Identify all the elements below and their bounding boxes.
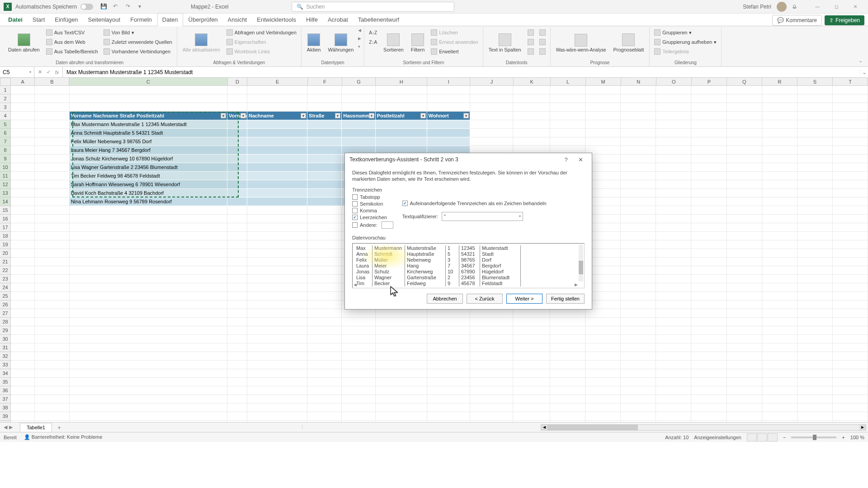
row-header-18[interactable]: 18 <box>0 232 11 240</box>
cell-J4[interactable] <box>470 112 513 120</box>
cell-L4[interactable] <box>550 112 585 120</box>
cell-K7[interactable] <box>513 137 550 146</box>
cell-C8[interactable]: Laura Meier Hang 7 34567 Bergdorf <box>70 146 227 155</box>
cell-N29[interactable] <box>621 326 656 335</box>
cell-T38[interactable] <box>833 404 868 412</box>
cell-G28[interactable] <box>342 318 375 326</box>
search-input[interactable]: 🔍 Suchen <box>292 2 454 12</box>
cell-S15[interactable] <box>797 206 833 215</box>
cell-T16[interactable] <box>833 215 868 223</box>
cell-A15[interactable] <box>11 206 35 215</box>
ribbon-tab-tabellenentwurf[interactable]: Tabellenentwurf <box>354 14 404 26</box>
cell-G37[interactable] <box>342 395 375 404</box>
cell-M7[interactable] <box>585 137 621 146</box>
cell-G2[interactable] <box>342 94 375 103</box>
cell-Q14[interactable] <box>727 197 762 206</box>
col-header-J[interactable]: J <box>470 78 513 86</box>
cell-B38[interactable] <box>35 404 69 412</box>
cell-G1[interactable] <box>342 86 375 94</box>
space-checkbox[interactable]: Leerzeichen <box>352 215 393 220</box>
cell-C39[interactable] <box>70 412 227 421</box>
cell-D11[interactable] <box>227 172 247 180</box>
cell-N37[interactable] <box>621 395 656 404</box>
toggle-switch-icon[interactable] <box>80 4 93 10</box>
cell-I30[interactable] <box>427 335 470 343</box>
cell-P17[interactable] <box>691 223 726 232</box>
cell-F28[interactable] <box>307 318 342 326</box>
cell-B1[interactable] <box>35 86 69 94</box>
cell-K5[interactable] <box>513 120 550 129</box>
cell-P23[interactable] <box>691 275 726 283</box>
cell-E24[interactable] <box>247 283 307 292</box>
cell-E1[interactable] <box>247 86 307 94</box>
cell-C16[interactable] <box>70 215 227 223</box>
cell-Q15[interactable] <box>727 206 762 215</box>
cell-E5[interactable] <box>247 120 307 129</box>
cell-N13[interactable] <box>621 189 656 197</box>
from-image-button[interactable]: Von Bild▾ <box>102 28 174 37</box>
cell-S34[interactable] <box>797 369 833 378</box>
cell-O28[interactable] <box>656 318 691 326</box>
cell-K29[interactable] <box>513 326 550 335</box>
display-settings[interactable]: Anzeigeeinstellungen <box>694 435 741 440</box>
cell-L34[interactable] <box>550 369 585 378</box>
cell-S8[interactable] <box>797 146 833 155</box>
cell-D38[interactable] <box>227 404 247 412</box>
accessibility-status[interactable]: 👤 Barrierefreiheit: Keine Probleme <box>24 434 103 440</box>
cell-F7[interactable] <box>307 137 342 146</box>
cell-J28[interactable] <box>470 318 513 326</box>
cell-N10[interactable] <box>621 163 656 172</box>
cell-A18[interactable] <box>11 232 35 240</box>
cell-G32[interactable] <box>342 352 375 361</box>
cell-N26[interactable] <box>621 300 656 309</box>
cell-J29[interactable] <box>470 326 513 335</box>
cell-F10[interactable] <box>307 163 342 172</box>
cell-C17[interactable] <box>70 223 227 232</box>
cell-I40[interactable] <box>427 421 470 422</box>
cancel-formula-icon[interactable]: ✕ <box>36 69 43 75</box>
cell-M33[interactable] <box>585 361 621 369</box>
cell-P26[interactable] <box>691 300 726 309</box>
cell-R8[interactable] <box>762 146 797 155</box>
cell-O39[interactable] <box>656 412 691 421</box>
col-header-L[interactable]: L <box>551 78 586 86</box>
cell-N14[interactable] <box>621 197 656 206</box>
pagebreak-view-button[interactable] <box>768 433 778 441</box>
cell-D25[interactable] <box>227 292 247 300</box>
cell-F34[interactable] <box>307 369 342 378</box>
cell-F33[interactable] <box>307 361 342 369</box>
cell-J36[interactable] <box>470 386 513 395</box>
dialog-titlebar[interactable]: Textkonvertierungs-Assistent - Schritt 2… <box>345 153 592 166</box>
cell-A9[interactable] <box>11 155 35 163</box>
cell-R30[interactable] <box>762 335 797 343</box>
cell-E23[interactable] <box>247 275 307 283</box>
cell-N20[interactable] <box>621 249 656 258</box>
cell-Q3[interactable] <box>727 103 762 112</box>
cell-L31[interactable] <box>550 343 585 352</box>
cell-Q40[interactable] <box>727 421 762 422</box>
cell-D6[interactable] <box>227 129 247 137</box>
cell-D32[interactable] <box>227 352 247 361</box>
cell-F27[interactable] <box>307 309 342 318</box>
cell-A13[interactable] <box>11 189 35 197</box>
get-data-button[interactable]: Daten abrufen <box>5 28 42 58</box>
qat-dropdown-icon[interactable]: ▾ <box>138 3 146 10</box>
cell-O32[interactable] <box>656 352 691 361</box>
relationships-button[interactable] <box>538 38 547 47</box>
cell-G29[interactable] <box>342 326 375 335</box>
cell-P35[interactable] <box>691 378 726 386</box>
cell-T7[interactable] <box>833 137 868 146</box>
cell-O14[interactable] <box>656 197 691 206</box>
cell-Q17[interactable] <box>727 223 762 232</box>
cell-G40[interactable] <box>342 421 375 422</box>
cell-O21[interactable] <box>656 258 691 266</box>
cell-Q26[interactable] <box>727 300 762 309</box>
existing-connections-button[interactable]: Vorhandene Verbindungen <box>102 47 174 56</box>
cell-T31[interactable] <box>833 343 868 352</box>
cell-H30[interactable] <box>376 335 427 343</box>
save-icon[interactable]: 💾 <box>100 3 108 10</box>
cell-T30[interactable] <box>833 335 868 343</box>
cell-C36[interactable] <box>70 386 227 395</box>
cell-B10[interactable] <box>35 163 69 172</box>
cell-P12[interactable] <box>691 180 726 189</box>
